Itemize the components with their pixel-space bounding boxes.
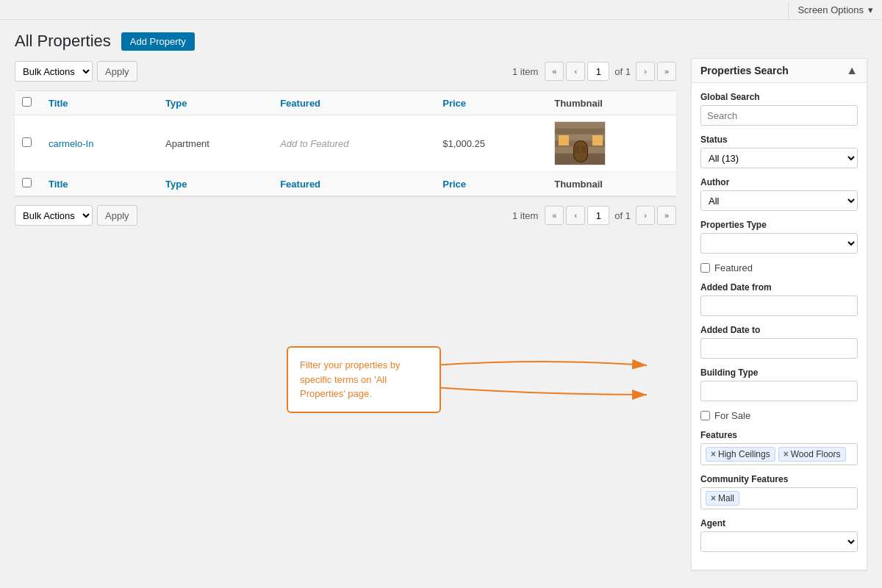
properties-type-field: Properties Type	[700, 220, 858, 254]
added-date-to-label: Added Date to	[700, 325, 858, 335]
agent-label: Agent	[700, 518, 858, 528]
sidebar-body: Global Search Status All (13)PublishedDr…	[692, 83, 867, 570]
for-sale-checkbox[interactable]	[700, 411, 710, 420]
next-page-button-top[interactable]: ›	[636, 62, 655, 81]
status-select[interactable]: All (13)PublishedDraftPending	[700, 148, 858, 168]
building-type-field: Building Type	[700, 368, 858, 401]
property-title-link[interactable]: carmelo-In	[49, 138, 93, 149]
features-field: Features × High Ceilings × Wood Floors	[700, 430, 858, 465]
for-sale-label-text: For Sale	[714, 410, 750, 421]
global-search-field: Global Search	[700, 92, 858, 126]
price-column-link[interactable]: Price	[442, 98, 466, 109]
status-field: Status All (13)PublishedDraftPending	[700, 135, 858, 168]
global-search-input[interactable]	[700, 105, 858, 126]
pagination-bottom: 1 item « ‹ of 1 › »	[512, 206, 676, 225]
apply-button-bottom[interactable]: Apply	[97, 205, 137, 226]
bottom-toolbar-left: Bulk Actions Apply	[15, 205, 137, 226]
sidebar-toggle-button[interactable]: ▲	[846, 65, 858, 76]
author-label: Author	[700, 177, 858, 187]
page-number-input-top[interactable]	[587, 62, 609, 81]
agent-select[interactable]	[700, 531, 858, 552]
features-tags-area[interactable]: × High Ceilings × Wood Floors	[700, 443, 858, 465]
row-checkbox-cell	[15, 115, 41, 172]
for-sale-checkbox-label[interactable]: For Sale	[700, 410, 858, 421]
price-column-header: Price	[435, 91, 547, 115]
added-date-from-label: Added Date from	[700, 282, 858, 293]
for-sale-field: For Sale	[700, 410, 858, 421]
feature-tag-wood-floors-remove[interactable]: ×	[784, 449, 789, 459]
last-page-button-bottom[interactable]: »	[657, 206, 676, 225]
properties-search-sidebar: Properties Search ▲ Global Search Status…	[691, 58, 867, 570]
featured-column-link[interactable]: Featured	[280, 98, 320, 109]
feature-tag-high-ceilings-label: High Ceilings	[718, 449, 770, 459]
community-feature-tag-mall: × Mall	[706, 491, 739, 506]
first-page-button-bottom[interactable]: «	[545, 206, 564, 225]
pagination-top: 1 item « ‹ of 1 › »	[512, 62, 676, 81]
table-header-row: Title Type Featured Price Thumbnail	[15, 91, 676, 115]
properties-table: Title Type Featured Price Thumbnail	[15, 90, 676, 196]
global-search-label: Global Search	[700, 92, 858, 102]
svg-rect-1	[555, 122, 606, 128]
added-date-from-input[interactable]	[700, 295, 858, 316]
tooltip-text: Filter your properties by specific terms…	[300, 359, 401, 399]
page-header: All Properties Add Property	[0, 20, 882, 58]
add-property-button[interactable]: Add Property	[121, 32, 195, 51]
select-all-header	[15, 91, 41, 115]
svg-rect-13	[592, 135, 603, 146]
main-layout: Bulk Actions Apply 1 item « ‹ of 1 › »	[0, 58, 882, 585]
select-all-footer-checkbox[interactable]	[22, 178, 32, 187]
feature-tag-high-ceilings: × High Ceilings	[706, 447, 775, 462]
community-features-tags-area[interactable]: × Mall	[700, 487, 858, 509]
title-footer-header: Title	[41, 172, 158, 196]
building-type-input[interactable]	[700, 381, 858, 401]
tooltip-callout: Filter your properties by specific terms…	[287, 346, 441, 413]
screen-options-label: Screen Options	[797, 4, 864, 15]
select-all-footer-header	[15, 172, 41, 196]
prev-page-button-bottom[interactable]: ‹	[566, 206, 585, 225]
toolbar-left: Bulk Actions Apply	[15, 61, 137, 82]
added-date-to-input[interactable]	[700, 338, 858, 359]
page-of-bottom: of 1	[614, 210, 631, 221]
price-footer-header: Price	[435, 172, 547, 196]
next-page-button-bottom[interactable]: ›	[636, 206, 655, 225]
agent-field: Agent	[700, 518, 858, 552]
row-title-cell: carmelo-In	[41, 115, 158, 172]
title-column-link[interactable]: Title	[49, 98, 68, 109]
community-feature-tag-mall-label: Mall	[718, 493, 734, 503]
svg-rect-14	[574, 141, 587, 162]
prev-page-button-top[interactable]: ‹	[566, 62, 585, 81]
row-checkbox[interactable]	[22, 137, 32, 147]
title-footer-link[interactable]: Title	[49, 179, 68, 190]
chevron-down-icon: ▾	[868, 4, 873, 15]
type-column-link[interactable]: Type	[165, 98, 187, 109]
screen-options-button[interactable]: Screen Options ▾	[788, 1, 882, 19]
first-page-button-top[interactable]: «	[545, 62, 564, 81]
added-date-from-field: Added Date from	[700, 282, 858, 316]
feature-tag-high-ceilings-remove[interactable]: ×	[711, 449, 716, 459]
svg-rect-2	[555, 129, 606, 134]
author-select[interactable]: All	[700, 190, 858, 211]
feature-tag-wood-floors-label: Wood Floors	[791, 449, 841, 459]
svg-rect-11	[559, 135, 569, 146]
bulk-actions-select-bottom[interactable]: Bulk Actions	[15, 205, 93, 226]
page-number-input-bottom[interactable]	[587, 206, 609, 225]
thumbnail-footer-header: Thumbnail	[547, 172, 676, 196]
featured-footer-link[interactable]: Featured	[280, 179, 320, 190]
last-page-button-top[interactable]: »	[657, 62, 676, 81]
price-footer-link[interactable]: Price	[442, 179, 466, 190]
featured-checkbox[interactable]	[700, 263, 710, 273]
featured-field: Featured	[700, 262, 858, 273]
featured-checkbox-label[interactable]: Featured	[700, 262, 858, 273]
community-features-label: Community Features	[700, 474, 858, 484]
type-footer-link[interactable]: Type	[165, 179, 187, 190]
properties-type-select[interactable]	[700, 233, 858, 254]
type-column-header: Type	[158, 91, 273, 115]
select-all-checkbox[interactable]	[22, 97, 32, 107]
pagination-info-top: 1 item	[512, 66, 538, 77]
sidebar-title: Properties Search	[700, 65, 789, 76]
content-area: Bulk Actions Apply 1 item « ‹ of 1 › »	[15, 58, 676, 570]
bulk-actions-select-top[interactable]: Bulk Actions	[15, 61, 93, 82]
apply-button-top[interactable]: Apply	[97, 61, 137, 82]
community-feature-tag-mall-remove[interactable]: ×	[711, 493, 716, 503]
row-type-value: Apartment	[165, 138, 209, 149]
